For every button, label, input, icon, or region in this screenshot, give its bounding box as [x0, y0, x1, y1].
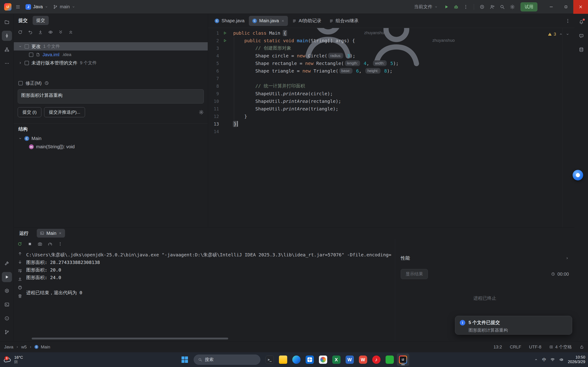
more-run-options-button[interactable]: [463, 2, 468, 12]
vcs-branch-widget[interactable]: main: [51, 2, 78, 12]
editor-tab-Main.java[interactable]: CMain.java: [249, 16, 288, 26]
commit-button[interactable]: 提交 (I): [18, 107, 41, 117]
next-occurrence-icon[interactable]: [18, 260, 22, 264]
code-line[interactable]: [233, 75, 574, 82]
maximize-button[interactable]: [559, 0, 573, 14]
inspections-widget[interactable]: 3: [548, 32, 569, 37]
taskbar-app-idea[interactable]: IJ: [397, 353, 409, 366]
horizontal-scrollbar[interactable]: [32, 338, 228, 340]
show-results-button[interactable]: 显示结果: [401, 269, 428, 279]
idea-logo[interactable]: IJ: [4, 3, 11, 10]
file-checkbox[interactable]: [29, 53, 33, 57]
refresh-icon[interactable]: [18, 30, 23, 34]
amend-checkbox[interactable]: [18, 81, 23, 85]
tool-button-ai-assistant[interactable]: [576, 31, 586, 41]
editor-tab-AI协助记录[interactable]: AI协助记录: [289, 16, 325, 26]
network-icon[interactable]: [550, 357, 555, 362]
taskbar-app-wps[interactable]: W: [357, 353, 369, 366]
weather-widget[interactable]: 3 16°C 阴: [3, 355, 23, 364]
settings-button[interactable]: [510, 2, 515, 12]
clock-widget[interactable]: 10:50 2026/3/29: [568, 355, 585, 364]
run-configuration-widget[interactable]: 当前文件: [412, 2, 440, 12]
taskbar-app-wechat[interactable]: [383, 353, 396, 366]
statusbar-indent-style[interactable]: 4 个空格: [549, 344, 572, 350]
run-line-icon[interactable]: [220, 31, 230, 35]
code-line[interactable]: }: [233, 112, 574, 120]
taskbar-app-photos[interactable]: [317, 353, 329, 366]
prev-occurrence-icon[interactable]: [18, 251, 22, 256]
tool-button-structure[interactable]: [2, 44, 12, 55]
statusbar-line-separator[interactable]: CRLF: [510, 344, 521, 350]
tool-button-build[interactable]: [2, 258, 12, 268]
commit-notification-toast[interactable]: i 5 个文件已提交 图形面积计算器重构: [455, 316, 572, 335]
tool-button-database[interactable]: [576, 44, 586, 55]
debug-button[interactable]: [454, 2, 459, 12]
breadcrumb-item[interactable]: Main: [41, 344, 50, 350]
unversioned-checkbox[interactable]: [25, 61, 29, 65]
more-icon[interactable]: [58, 242, 62, 246]
changes-group-row[interactable]: 更改 1 个文件: [14, 42, 208, 50]
tray-overflow-icon[interactable]: [534, 358, 538, 361]
trial-badge[interactable]: 试用: [520, 2, 537, 11]
main-menu-button[interactable]: [13, 2, 23, 12]
code-line[interactable]: // 统一计算并打印面积: [233, 82, 574, 90]
code-with-me-button[interactable]: [490, 2, 495, 12]
tool-button-terminal[interactable]: [2, 300, 12, 310]
rerun-icon[interactable]: [17, 242, 22, 246]
commit-tab[interactable]: 提交: [33, 16, 49, 25]
ai-widget-button[interactable]: [480, 2, 484, 12]
tool-button-services[interactable]: [2, 286, 12, 296]
code-line[interactable]: ShapeUtil.printArea(triangle);: [233, 105, 574, 112]
commit-and-push-button[interactable]: 提交并推送(P)...: [44, 107, 85, 117]
prev-problem-icon[interactable]: [559, 32, 563, 36]
message-history-icon[interactable]: [44, 81, 49, 85]
next-problem-icon[interactable]: [566, 32, 569, 36]
expand-panel-icon[interactable]: [565, 256, 569, 260]
run-line-icon[interactable]: [220, 39, 230, 43]
minimize-button[interactable]: [544, 0, 559, 14]
statusbar-file-encoding[interactable]: UTF-8: [529, 344, 541, 350]
print-icon[interactable]: [18, 285, 22, 290]
editor-options-icon[interactable]: [565, 18, 570, 23]
close-button[interactable]: [573, 0, 588, 14]
preview-diff-icon[interactable]: [48, 30, 53, 34]
breadcrumb-item[interactable]: Java: [4, 344, 13, 350]
taskbar-app-store[interactable]: [303, 353, 316, 366]
ime-indicator[interactable]: 中: [542, 357, 546, 362]
code-line[interactable]: }: [233, 120, 574, 128]
profiler-icon[interactable]: [48, 242, 52, 246]
shelve-icon[interactable]: [38, 30, 43, 34]
taskbar-search[interactable]: 搜索: [194, 355, 260, 365]
changes-checkbox[interactable]: [25, 44, 29, 49]
tool-button-commit[interactable]: [2, 31, 12, 41]
structure-item[interactable]: CMain: [14, 134, 208, 142]
tool-button-notifications[interactable]: [576, 17, 586, 27]
run-button[interactable]: [444, 2, 449, 12]
ai-assistant-floating-button[interactable]: [573, 170, 583, 180]
stop-icon[interactable]: [27, 242, 32, 246]
tool-button-version-control[interactable]: [2, 327, 12, 337]
code-line[interactable]: ShapeUtil.printArea(rectangle);: [233, 97, 574, 105]
changed-file-row[interactable]: Java.iml .idea: [14, 50, 208, 59]
taskbar-app-term[interactable]: >_: [264, 353, 276, 366]
console-output[interactable]: C:\Users\朱彦硕\.jdks\openjdk-25.0.2\bin\ja…: [26, 249, 395, 336]
tool-button-more-tools[interactable]: [2, 58, 12, 68]
volume-icon[interactable]: [559, 357, 564, 362]
commit-options-icon[interactable]: [199, 110, 204, 115]
editor-tab-组合vs继承[interactable]: 组合vs继承: [326, 16, 362, 26]
taskbar-app-word[interactable]: W: [344, 353, 356, 366]
start-button[interactable]: [179, 353, 191, 366]
taskbar-app-music[interactable]: ♪: [370, 353, 383, 366]
statusbar-caret-position[interactable]: 13:2: [493, 344, 502, 350]
soft-wrap-icon[interactable]: [18, 268, 22, 273]
breadcrumb-item[interactable]: w5: [21, 344, 27, 350]
taskbar-app-explorer[interactable]: [277, 353, 289, 366]
editor-body[interactable]: 1234567891011121314 public class Main {z…: [208, 28, 574, 227]
code-line[interactable]: public static void main(String[] args) {…: [233, 37, 574, 44]
code-line[interactable]: [233, 128, 574, 135]
commit-message-input[interactable]: 图形面积计算器重构: [18, 89, 204, 103]
tool-button-problems[interactable]: [2, 313, 12, 323]
tool-button-project[interactable]: [2, 17, 12, 27]
taskbar-app-excel[interactable]: X: [330, 353, 343, 366]
taskbar-app-edge[interactable]: [290, 353, 303, 366]
